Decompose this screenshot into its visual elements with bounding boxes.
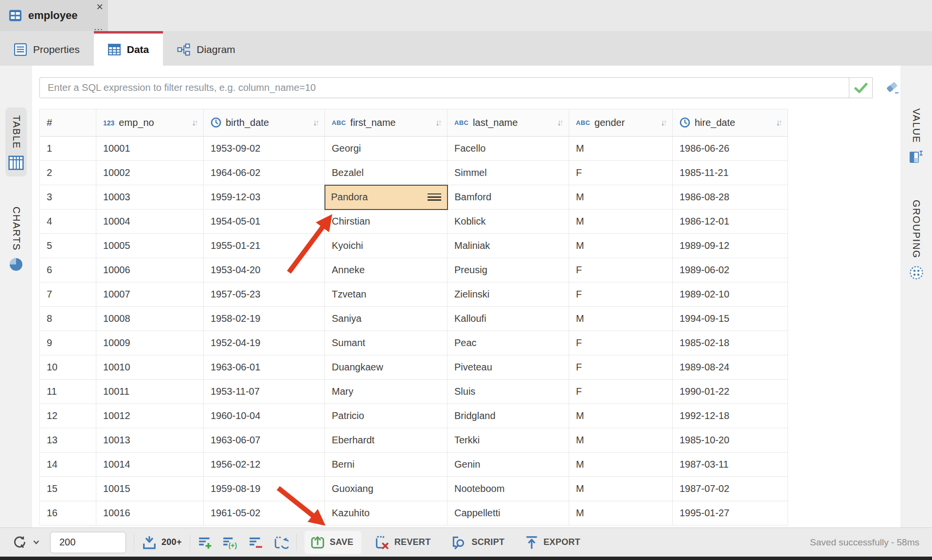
table-cell[interactable]: 10008 <box>96 307 204 331</box>
table-cell[interactable]: Chirstian <box>325 210 448 234</box>
sort-icon[interactable]: ↓↑ <box>557 118 564 128</box>
add-row-button[interactable] <box>198 535 213 550</box>
table-cell[interactable]: 1953-09-02 <box>204 137 325 161</box>
table-cell[interactable]: 10003 <box>96 185 204 210</box>
cell-menu-icon[interactable] <box>428 193 441 201</box>
table-cell[interactable]: 1994-09-15 <box>673 307 788 331</box>
row-number-cell[interactable]: 4 <box>40 210 96 234</box>
column-header-rownum[interactable]: # <box>40 109 96 137</box>
table-cell[interactable]: 1995-01-27 <box>673 501 788 525</box>
table-cell[interactable]: 1987-03-11 <box>673 453 788 477</box>
table-cell[interactable]: 10001 <box>96 137 204 161</box>
refresh-row-button[interactable] <box>274 535 288 550</box>
panel-tab-table[interactable]: TABLE <box>5 107 27 176</box>
table-cell[interactable]: Guoxiang <box>325 477 448 501</box>
table-cell[interactable]: 10004 <box>96 210 204 234</box>
tab-properties[interactable]: Properties <box>0 31 94 66</box>
table-cell[interactable]: Mary <box>325 380 448 404</box>
row-number-cell[interactable]: 8 <box>40 307 96 331</box>
refresh-button[interactable] <box>12 535 39 550</box>
table-cell[interactable]: 1990-01-22 <box>673 380 788 404</box>
table-cell[interactable]: Simmel <box>448 161 569 185</box>
tab-diagram[interactable]: Diagram <box>163 31 249 66</box>
table-cell[interactable]: Saniya <box>325 307 448 331</box>
column-header-emp_no[interactable]: 123emp_no↓↑ <box>96 109 204 137</box>
column-header-birth_date[interactable]: birth_date↓↑ <box>204 109 325 137</box>
column-header-hire_date[interactable]: hire_date↓↑ <box>673 109 788 137</box>
table-cell[interactable]: 1989-09-12 <box>673 234 788 258</box>
table-cell[interactable]: Kazuhito <box>325 501 448 525</box>
row-number-cell[interactable]: 12 <box>40 404 96 428</box>
table-cell[interactable]: Bezalel <box>325 161 448 185</box>
table-cell[interactable]: Genin <box>448 453 569 477</box>
table-cell[interactable]: M <box>569 307 673 331</box>
table-cell[interactable]: 10015 <box>96 477 204 501</box>
table-cell[interactable]: Piveteau <box>448 355 569 380</box>
table-cell[interactable]: 10011 <box>96 380 204 404</box>
editor-tab-employee[interactable]: employee × … <box>0 0 108 31</box>
table-cell[interactable]: Patricio <box>325 404 448 428</box>
tab-data[interactable]: Data <box>94 31 163 66</box>
row-number-cell[interactable]: 1 <box>40 137 96 161</box>
table-cell[interactable]: Georgi <box>325 137 448 161</box>
panel-tab-value[interactable]: VALUE <box>909 108 924 164</box>
table-cell[interactable]: 1964-06-02 <box>204 161 325 185</box>
table-cell[interactable]: 1992-12-18 <box>673 404 788 428</box>
delete-row-button[interactable] <box>249 535 263 550</box>
table-cell[interactable]: 1957-05-23 <box>204 282 325 307</box>
table-cell[interactable]: F <box>569 380 673 404</box>
row-number-cell[interactable]: 5 <box>40 234 96 258</box>
table-cell[interactable]: 10014 <box>96 453 204 477</box>
table-cell[interactable]: Kalloufi <box>448 307 569 331</box>
apply-filter-button[interactable] <box>849 77 873 98</box>
table-cell[interactable]: Koblick <box>448 210 569 234</box>
table-cell[interactable]: 10007 <box>96 282 204 307</box>
selected-cell[interactable]: Pandora <box>325 185 448 210</box>
panel-tab-charts[interactable]: CHARTS <box>9 207 23 271</box>
table-cell[interactable]: Zielinski <box>448 282 569 307</box>
column-header-gender[interactable]: ABCgender↓↑ <box>569 109 673 137</box>
sort-icon[interactable]: ↓↑ <box>192 118 198 128</box>
table-cell[interactable]: 1989-08-24 <box>673 355 788 380</box>
table-cell[interactable]: 1956-02-12 <box>204 453 325 477</box>
table-cell[interactable]: 1960-10-04 <box>204 404 325 428</box>
panel-tab-grouping[interactable]: GROUPING <box>909 200 924 280</box>
clear-filter-eraser-icon[interactable] <box>885 81 900 95</box>
table-cell[interactable]: F <box>569 331 673 355</box>
script-button[interactable]: SCRIPT <box>451 535 504 550</box>
table-cell[interactable]: Facello <box>448 137 569 161</box>
row-number-cell[interactable]: 7 <box>40 282 96 307</box>
table-cell[interactable]: 1959-08-19 <box>204 477 325 501</box>
table-cell[interactable]: Bamford <box>448 185 569 210</box>
table-cell[interactable]: M <box>569 477 673 501</box>
table-cell[interactable]: M <box>569 428 673 453</box>
table-cell[interactable]: Cappelletti <box>448 501 569 525</box>
fetch-size-input[interactable] <box>50 532 126 553</box>
table-cell[interactable]: 1986-12-01 <box>673 210 788 234</box>
table-cell[interactable]: M <box>569 453 673 477</box>
table-cell[interactable]: 1986-06-26 <box>673 137 788 161</box>
sort-icon[interactable]: ↓↑ <box>313 118 320 128</box>
table-cell[interactable]: M <box>569 210 673 234</box>
table-cell[interactable]: 1954-05-01 <box>204 210 325 234</box>
table-cell[interactable]: 1986-08-28 <box>673 185 788 210</box>
table-cell[interactable]: Preusig <box>448 258 569 282</box>
table-cell[interactable]: M <box>569 501 673 525</box>
revert-button[interactable]: REVERT <box>374 535 431 550</box>
row-number-cell[interactable]: 16 <box>40 501 96 525</box>
table-cell[interactable]: 1963-06-01 <box>204 355 325 380</box>
save-button[interactable]: SAVE <box>305 531 361 554</box>
table-cell[interactable]: 10012 <box>96 404 204 428</box>
table-cell[interactable]: 10016 <box>96 501 204 525</box>
table-cell[interactable]: 1961-05-02 <box>204 501 325 525</box>
table-cell[interactable]: F <box>569 282 673 307</box>
column-header-first_name[interactable]: ABCfirst_name↓↑ <box>325 109 448 137</box>
table-cell[interactable]: M <box>569 137 673 161</box>
sort-icon[interactable]: ↓↑ <box>776 118 783 128</box>
table-cell[interactable]: 10010 <box>96 355 204 380</box>
table-cell[interactable]: 1958-02-19 <box>204 307 325 331</box>
table-cell[interactable]: F <box>569 258 673 282</box>
table-cell[interactable]: Sumant <box>325 331 448 355</box>
table-cell[interactable]: 1985-02-18 <box>673 331 788 355</box>
table-cell[interactable]: 1987-07-02 <box>673 477 788 501</box>
